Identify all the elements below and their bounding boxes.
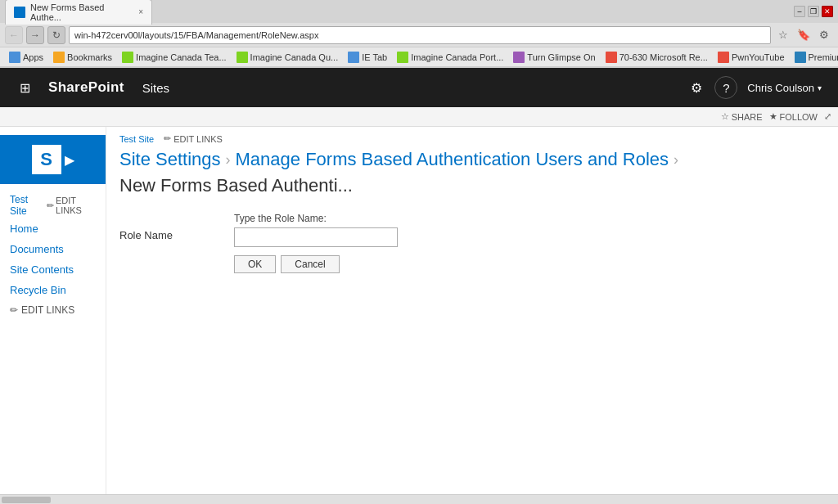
sp-logo-block: S ▶ [0, 135, 106, 184]
bookmark-imagine2-label: Imagine Canada Qu... [250, 52, 339, 62]
nav-home[interactable]: Home [0, 218, 106, 239]
share-label: SHARE [732, 112, 763, 122]
bookmark-apps-label: Apps [23, 52, 43, 62]
page-title-manage-forms[interactable]: Manage Forms Based Authentication Users … [236, 149, 669, 170]
window-controls: – ❐ ✕ [794, 6, 833, 17]
app-launcher-button[interactable]: ⊞ [10, 80, 40, 96]
bookmark-70630-label: 70-630 Microsoft Re... [619, 52, 708, 62]
bookmark-ietab-label: IE Tab [362, 52, 387, 62]
bookmark-pwn[interactable]: PwnYouTube [714, 51, 789, 64]
sharepoint-brand: SharePoint [40, 79, 133, 96]
close-button[interactable]: ✕ [822, 6, 833, 17]
bookmark-imagine2-icon [237, 52, 248, 63]
nav-recycle-bin[interactable]: Recycle Bin [0, 280, 106, 300]
form-section: Role Name Type the Role Name: OK Cancel [119, 213, 825, 273]
bookmark-apps[interactable]: Apps [5, 51, 47, 64]
nav-documents[interactable]: Documents [0, 239, 106, 259]
bookmark-imagine3-label: Imagine Canada Port... [411, 52, 503, 62]
bookmarks-bar: Apps Bookmarks Imagine Canada Tea... Ima… [0, 47, 838, 67]
user-dropdown-icon: ▾ [818, 83, 822, 92]
title-sep-1: › [226, 151, 231, 169]
bookmark-imagine3[interactable]: Imagine Canada Port... [393, 51, 507, 64]
share-icon: ☆ [721, 111, 729, 122]
role-name-input[interactable] [234, 227, 398, 247]
sp-logo-s: S [32, 145, 61, 174]
follow-icon: ★ [769, 111, 777, 122]
sites-label[interactable]: Sites [133, 81, 179, 95]
breadcrumb-edit-links[interactable]: ✏ EDIT LINKS [164, 133, 223, 144]
main-content: Test Site ✏ EDIT LINKS Site Settings › M… [106, 127, 838, 500]
input-label: Type the Role Name: [234, 213, 398, 224]
role-name-label: Role Name [119, 229, 173, 241]
edit-icon-top: ✏ [47, 200, 54, 211]
bookmark-ietab[interactable]: IE Tab [344, 51, 391, 64]
refresh-button[interactable]: ↻ [47, 26, 65, 44]
forward-button[interactable]: → [26, 26, 44, 44]
bookmark-70630-icon [606, 52, 617, 63]
minimize-button[interactable]: – [794, 6, 805, 17]
nav-icons: ☆ 🔖 ⚙ [774, 26, 833, 44]
tab-favicon [14, 7, 25, 18]
bookmark-ietab-icon [348, 52, 359, 63]
address-text: win-h472cerv00l/layouts/15/FBA/Managemen… [74, 30, 318, 40]
bookmark-imagine1-label: Imagine Canada Tea... [136, 52, 226, 62]
scrollbar[interactable] [0, 494, 838, 500]
page-title: Site Settings › Manage Forms Based Authe… [119, 149, 825, 196]
bookmark-glimpse-label: Turn Glimpse On [527, 52, 595, 62]
bookmark-premium-wp-label: Premium WordPress [809, 52, 838, 62]
settings-button[interactable]: ⚙ [682, 73, 711, 102]
star-icon[interactable]: ☆ [774, 26, 792, 44]
bookmark-pwn-icon [718, 52, 729, 63]
bookmark-bookmarks-icon [53, 52, 65, 63]
test-site-link[interactable]: Test Site [10, 194, 42, 217]
left-nav: S ▶ Test Site ✏ EDIT LINKS Home Document… [0, 127, 106, 500]
user-menu[interactable]: Chris Coulson ▾ [741, 82, 828, 94]
suite-bar: ☆ SHARE ★ FOLLOW ⤢ [0, 107, 838, 127]
help-button[interactable]: ? [714, 76, 737, 99]
edit-links-top[interactable]: ✏ EDIT LINKS [47, 196, 96, 215]
page-title-site-settings[interactable]: Site Settings [119, 149, 221, 170]
restore-button[interactable]: ❐ [808, 6, 819, 17]
browser-tab[interactable]: New Forms Based Authe... × [5, 0, 152, 25]
bookmark-imagine1-icon [122, 52, 133, 63]
follow-label: FOLLOW [780, 112, 818, 122]
cancel-button[interactable]: Cancel [281, 255, 339, 273]
bookmark-bookmarks[interactable]: Bookmarks [49, 51, 116, 64]
bookmark-premium-wp-icon [795, 52, 806, 63]
content-area: Role Name Type the Role Name: OK Cancel [106, 206, 838, 280]
bookmark-imagine2[interactable]: Imagine Canada Qu... [232, 51, 343, 64]
bookmark-imagine3-icon [397, 52, 408, 63]
edit-links-bottom[interactable]: ✏ EDIT LINKS [0, 300, 106, 320]
breadcrumb-edit-icon: ✏ [164, 133, 171, 144]
sp-logo-arrow: ▶ [65, 152, 74, 168]
page-title-current: New Forms Based Authenti... [119, 175, 353, 196]
focus-link[interactable]: ⤢ [824, 111, 831, 122]
back-button[interactable]: ← [5, 26, 23, 44]
nav-site-contents[interactable]: Site Contents [0, 259, 106, 280]
sharepoint-nav: ⊞ SharePoint Sites ⚙ ? Chris Coulson ▾ [0, 68, 838, 107]
browser-titlebar: New Forms Based Authe... × – ❐ ✕ [0, 0, 838, 23]
page-layout: S ▶ Test Site ✏ EDIT LINKS Home Document… [0, 127, 838, 500]
bookmark-70630[interactable]: 70-630 Microsoft Re... [601, 51, 712, 64]
bookmark-bookmarks-label: Bookmarks [67, 52, 112, 62]
follow-link[interactable]: ★ FOLLOW [769, 111, 818, 122]
bookmark-apps-icon [9, 52, 20, 63]
ok-button[interactable]: OK [234, 255, 276, 273]
tab-close-button[interactable]: × [138, 7, 143, 16]
address-bar[interactable]: win-h472cerv00l/layouts/15/FBA/Managemen… [69, 26, 771, 44]
page-title-bar: Site Settings › Manage Forms Based Authe… [106, 147, 838, 206]
scrollbar-thumb[interactable] [2, 497, 51, 501]
breadcrumb-test-site[interactable]: Test Site [119, 134, 154, 144]
focus-icon: ⤢ [824, 111, 831, 122]
user-name: Chris Coulson [747, 82, 814, 94]
share-link[interactable]: ☆ SHARE [721, 111, 763, 122]
form-label-section: Role Name [119, 213, 218, 241]
bookmark-icon[interactable]: 🔖 [795, 26, 813, 44]
bookmark-premium-wp[interactable]: Premium WordPress [791, 51, 838, 64]
browser-nav: ← → ↻ win-h472cerv00l/layouts/15/FBA/Man… [0, 23, 838, 47]
edit-icon-bottom: ✏ [10, 304, 18, 316]
bookmark-imagine1[interactable]: Imagine Canada Tea... [118, 51, 230, 64]
tools-icon[interactable]: ⚙ [815, 26, 833, 44]
bookmark-glimpse[interactable]: Turn Glimpse On [509, 51, 599, 64]
tab-title: New Forms Based Authe... [30, 2, 133, 22]
